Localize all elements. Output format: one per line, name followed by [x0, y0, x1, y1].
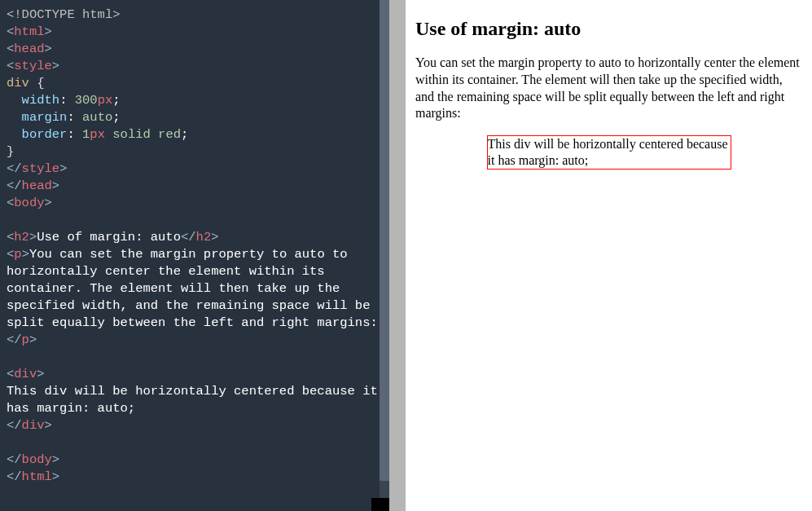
css-unit-px: px	[98, 93, 113, 108]
body-close-tag: body	[22, 452, 52, 467]
div-text-content: This div will be horizontally centered b…	[7, 384, 385, 416]
p-close-tag: p	[22, 333, 29, 347]
h2-open-tag: h2	[14, 230, 29, 244]
preview-divider: Use of margin: auto You can set the marg…	[389, 0, 812, 511]
p-open-tag: p	[14, 247, 21, 262]
css-prop-border: border	[22, 127, 68, 142]
html-close-tag: html	[22, 469, 52, 484]
preview-paragraph: You can set the margin property to auto …	[415, 55, 802, 122]
style-close-tag: style	[22, 161, 60, 176]
editor-scrollbar-thumb[interactable]	[380, 0, 389, 481]
doctype-token: <!DOCTYPE html>	[7, 7, 121, 22]
css-unit-px2: px	[90, 127, 105, 142]
preview-heading: Use of margin: auto	[415, 18, 802, 40]
css-value-1: 1	[82, 127, 90, 142]
html-open-tag: html	[14, 24, 44, 39]
h2-text-content: Use of margin: auto	[37, 230, 181, 244]
css-value-solid-red: solid red	[112, 127, 181, 142]
editor-scrollbar[interactable]	[380, 0, 389, 511]
head-close-tag: head	[22, 178, 52, 193]
css-value-auto: auto	[82, 110, 112, 125]
style-open-tag: style	[14, 59, 52, 73]
css-selector: div	[7, 76, 29, 90]
css-prop-width: width	[22, 93, 60, 108]
css-value-300: 300	[75, 93, 98, 108]
preview-centered-div: This div will be horizontally centered b…	[487, 135, 731, 170]
editor-resize-handle[interactable]	[371, 498, 389, 511]
css-prop-margin: margin	[22, 110, 68, 125]
div-open-tag: div	[14, 367, 37, 381]
code-editor-pane[interactable]: <!DOCTYPE html> <html> <head> <style> di…	[0, 0, 389, 511]
h2-close-tag: h2	[196, 230, 212, 244]
preview-pane: Use of margin: auto You can set the marg…	[406, 0, 812, 511]
p-text-content: You can set the margin property to auto …	[7, 247, 378, 330]
div-close-tag: div	[22, 418, 45, 433]
body-open-tag: body	[14, 196, 44, 210]
source-code[interactable]: <!DOCTYPE html> <html> <head> <style> di…	[7, 7, 383, 486]
head-open-tag: head	[14, 42, 44, 56]
